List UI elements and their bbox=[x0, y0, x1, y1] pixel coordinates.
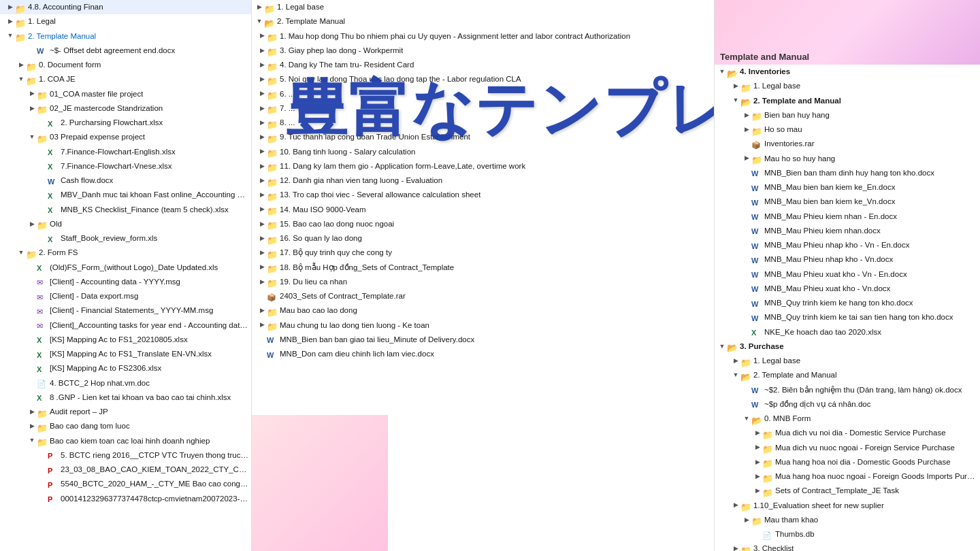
tree-arrow[interactable]: ▶ bbox=[257, 118, 267, 128]
tree-arrow[interactable]: ▶ bbox=[257, 104, 267, 114]
tree-arrow[interactable]: ▶ bbox=[27, 422, 37, 431]
tree-item[interactable]: WMNB_Mau Phieu kiem nhan.docx bbox=[715, 224, 980, 238]
tree-item[interactable]: ▶📁9. Tuc thanh lap cong doan Trade Union… bbox=[252, 130, 714, 144]
tree-item[interactable]: ▶📁Bao cao dang tom luoc bbox=[0, 419, 251, 433]
tree-arrow[interactable]: ▶ bbox=[742, 154, 751, 163]
tree-arrow[interactable]: ▶ bbox=[257, 46, 267, 56]
tree-arrow[interactable]: ▶ bbox=[257, 263, 267, 272]
tree-item[interactable]: ▶📁Old bbox=[0, 217, 251, 231]
tree-item[interactable]: ▶📁11. Dang ky lam them gio - Application… bbox=[252, 159, 714, 173]
tree-item[interactable]: ▶📁Mau bao cao lao dong bbox=[252, 303, 714, 318]
tree-item[interactable]: ▼📁2. Form FS bbox=[0, 246, 251, 260]
tree-arrow[interactable]: ▶ bbox=[5, 17, 15, 27]
tree-item[interactable]: ▶📁1.10_Evaluation sheet for new suplier bbox=[715, 499, 980, 513]
tree-arrow[interactable]: ▼ bbox=[742, 414, 751, 424]
tree-item[interactable]: P23_03_08_BAO_CAO_KIEM_TOAN_2022_CTY_CP_… bbox=[0, 463, 251, 477]
tree-item[interactable]: WMNB_Don cam dieu chinh lich lam viec.do… bbox=[252, 347, 714, 361]
tree-item[interactable]: ▶📁14. Mau ISO 9000-Veam bbox=[252, 203, 714, 217]
tree-item[interactable]: ▶📁19. Du lieu ca nhan bbox=[252, 275, 714, 289]
tree-arrow[interactable]: ▶ bbox=[742, 516, 751, 525]
tree-arrow[interactable]: ▶ bbox=[731, 544, 740, 551]
tree-item[interactable]: W~$2. Biên bản nghiệm thu (Dán trang, là… bbox=[715, 383, 980, 397]
tree-arrow[interactable]: ▶ bbox=[731, 82, 740, 91]
tree-item[interactable]: ▶📁4.8. Accounting Finan bbox=[0, 0, 251, 14]
tree-item[interactable]: ▶📁10. Bang tinh luong - Salary calculati… bbox=[252, 145, 714, 159]
tree-item[interactable]: WMNB_Mau Phieu xuat kho - Vn - En.docx bbox=[715, 267, 980, 282]
tree-arrow[interactable]: ▶ bbox=[27, 407, 37, 417]
tree-arrow[interactable]: ▼ bbox=[5, 31, 15, 41]
tree-item[interactable]: ▶📁Mua hang hoa nuoc ngoai - Foreign Good… bbox=[715, 469, 980, 484]
tree-item[interactable]: ▶📁Mau chung tu lao dong tien luong - Ke … bbox=[252, 318, 714, 333]
tree-arrow[interactable]: ▼ bbox=[731, 371, 740, 380]
tree-item[interactable]: ▼📁2. Template Manual bbox=[0, 29, 251, 44]
right-panel[interactable]: Template and Manual▼📂4. Inventories▶📁1. … bbox=[715, 0, 980, 551]
tree-item[interactable]: WMNB_Bien ban ban giao tai lieu_Minute o… bbox=[252, 333, 714, 347]
tree-item[interactable]: XMNB_KS Checklist_Finance (team 5 check)… bbox=[0, 203, 251, 217]
purchase-arrow[interactable]: ▼ bbox=[717, 342, 727, 352]
tree-arrow[interactable]: ▶ bbox=[257, 248, 267, 258]
tree-item[interactable]: ▶📁16. So quan ly lao dong bbox=[252, 231, 714, 246]
tree-arrow[interactable]: ▼ bbox=[16, 75, 26, 84]
tree-item[interactable]: ▶📁3. Checklist bbox=[715, 541, 980, 551]
tree-item[interactable]: ▶📁Mua dich vu noi dia - Domestic Service… bbox=[715, 426, 980, 440]
tree-item[interactable]: XStaff_Book_review_form.xls bbox=[0, 231, 251, 246]
tree-item[interactable]: ▼📁03 Prepaid expense project bbox=[0, 130, 251, 144]
tree-item[interactable]: W~$p đồng dịch vụ cá nhân.doc bbox=[715, 397, 980, 412]
tree-arrow[interactable]: ▶ bbox=[255, 3, 264, 12]
tree-item[interactable]: X[KS] Mapping Ac to FS1_Translate EN-VN.… bbox=[0, 347, 251, 361]
tree-item[interactable]: ▶📁1. Legal base bbox=[252, 0, 714, 14]
left-sidebar[interactable]: ▶📁4.8. Accounting Finan▶📁1. Legal▼📁2. Te… bbox=[0, 0, 252, 551]
tree-item[interactable]: WMNB_Mau bien ban kiem ke_Vn.docx bbox=[715, 195, 980, 209]
tree-item[interactable]: ▶📁Mau ho so huy hang bbox=[715, 152, 980, 166]
tree-arrow[interactable]: ▼ bbox=[27, 436, 37, 446]
tree-item[interactable]: ▶📁13. Tro cap thoi viec - Several allowa… bbox=[252, 188, 714, 202]
tree-arrow[interactable]: ▶ bbox=[257, 234, 267, 244]
tree-item[interactable]: X(Old)FS_Form_(without Logo)_Date Update… bbox=[0, 261, 251, 275]
tree-item[interactable]: ✉[Client] - Data export.msg bbox=[0, 289, 251, 303]
tree-item[interactable]: ✉[Client]_Accounting tasks for year end … bbox=[0, 318, 251, 333]
tree-item[interactable]: ▶📁17. Bộ quy trinh quy che cong ty bbox=[252, 246, 714, 260]
tree-item[interactable]: ▶📁12. Danh gia nhan vien tang luong - Ev… bbox=[252, 173, 714, 188]
tree-arrow[interactable]: ▼ bbox=[255, 17, 264, 27]
tree-item[interactable]: X8 .GNP - Lien ket tai khoan va bao cao … bbox=[0, 390, 251, 405]
tree-item[interactable]: X7.Finance-Flowchart-English.xlsx bbox=[0, 145, 251, 159]
tree-item[interactable]: 📄Thumbs.db bbox=[715, 527, 980, 541]
tree-arrow[interactable]: ▶ bbox=[753, 486, 762, 496]
tree-item[interactable]: ▶📁01_COA master file project bbox=[0, 87, 251, 101]
tree-item[interactable]: ▶📁Mua dich vu nuoc ngoai - Foreign Servi… bbox=[715, 441, 980, 455]
tree-item[interactable]: ▶📁Ho so mau bbox=[715, 122, 980, 137]
tree-arrow[interactable]: ▶ bbox=[257, 278, 267, 287]
tree-item[interactable]: ▶📁Sets of Contract_Template_JE Task bbox=[715, 484, 980, 498]
tree-item[interactable]: WMNB_Quy trinh kiem ke tai san tien hang… bbox=[715, 310, 980, 324]
tree-item[interactable]: ▶📁1. Mau hop dong Thu bo nhiem phai cu U… bbox=[252, 29, 714, 44]
middle-panel[interactable]: ▶📁1. Legal base▼📂2. Template Manual▶📁1. … bbox=[252, 0, 715, 551]
tree-item[interactable]: ▶📁1. Legal bbox=[0, 14, 251, 29]
tree-item[interactable]: ▶📁Bien ban huy hang bbox=[715, 108, 980, 122]
tree-arrow[interactable]: ▶ bbox=[257, 147, 267, 156]
tree-arrow[interactable]: ▶ bbox=[257, 133, 267, 142]
tree-arrow[interactable]: ▶ bbox=[257, 162, 267, 171]
tree-item[interactable]: P5. BCTC rieng 2016__CTCP VTC Truyen tho… bbox=[0, 448, 251, 463]
tree-item[interactable]: WMNB_Mau Phieu kiem nhan - En.docx bbox=[715, 210, 980, 224]
tree-arrow[interactable]: ▶ bbox=[753, 472, 762, 482]
tree-item[interactable]: ▶📁7. ... bbox=[252, 101, 714, 116]
tree-arrow[interactable]: ▶ bbox=[753, 458, 762, 467]
tree-item[interactable]: 📄4. BCTC_2 Hop nhat.vm.doc bbox=[0, 376, 251, 390]
tree-item[interactable]: ▼📂2. Template and Manual bbox=[715, 368, 980, 382]
tree-arrow[interactable]: ▶ bbox=[731, 356, 740, 366]
tree-item[interactable]: X[KS] Mapping Ac to FS2306.xlsx bbox=[0, 361, 251, 375]
tree-item[interactable]: ▶📁18. Bộ mẫu Hợp đồng_Sets of Contract_T… bbox=[252, 261, 714, 275]
tree-item[interactable]: XMBV_Danh muc tai khoan Fast online_Acco… bbox=[0, 188, 251, 202]
tree-item[interactable]: WMNB_Mau Phieu nhap kho - Vn.docx bbox=[715, 252, 980, 267]
tree-item[interactable]: W~$- Offset debt agreement end.docx bbox=[0, 44, 251, 58]
purchase-header[interactable]: ▼📂3. Purchase bbox=[715, 339, 980, 354]
tree-item[interactable]: ▶📁0. Document form bbox=[0, 58, 251, 72]
tree-arrow[interactable]: ▼ bbox=[27, 133, 37, 142]
tree-item[interactable]: ▶📁Mua hang hoa noi dia - Domestic Goods … bbox=[715, 455, 980, 469]
tree-arrow[interactable]: ▶ bbox=[257, 220, 267, 229]
tree-item[interactable]: P5540_BCTC_2020_HAM_-_CTY_ME Bao cao con… bbox=[0, 477, 251, 491]
tree-arrow[interactable]: ▶ bbox=[257, 205, 267, 214]
tree-arrow[interactable]: ▶ bbox=[5, 3, 15, 12]
tree-item[interactable]: ▼📁1. COA JE bbox=[0, 72, 251, 86]
tree-arrow[interactable]: ▶ bbox=[16, 61, 26, 70]
